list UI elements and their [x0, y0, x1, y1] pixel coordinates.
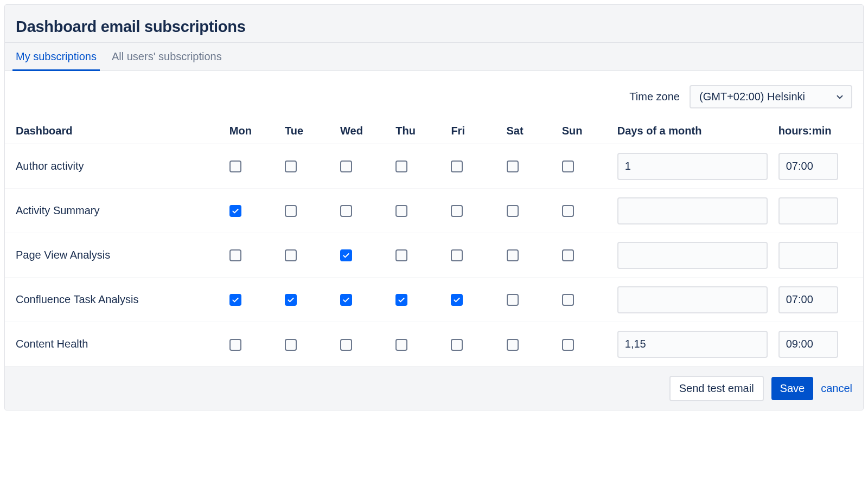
- subscriptions-table: Dashboard Mon Tue Wed Thu Fri Sat Sun Da…: [5, 114, 863, 367]
- col-header-tue: Tue: [279, 114, 335, 144]
- day-cell: [445, 144, 501, 189]
- day-checkbox[interactable]: [451, 339, 463, 351]
- day-checkbox[interactable]: [395, 205, 407, 217]
- day-cell: [335, 144, 390, 189]
- day-cell: [335, 189, 390, 233]
- hours-cell: [773, 322, 863, 367]
- col-header-dashboard: Dashboard: [5, 114, 224, 144]
- day-cell: [335, 278, 390, 322]
- table-row: Content Health: [5, 322, 863, 367]
- day-cell: [501, 278, 557, 322]
- day-checkbox[interactable]: [451, 294, 463, 306]
- table-row: Activity Summary: [5, 189, 863, 233]
- day-checkbox[interactable]: [562, 249, 574, 261]
- hours-input[interactable]: [778, 242, 838, 269]
- day-checkbox[interactable]: [507, 249, 519, 261]
- day-checkbox[interactable]: [507, 294, 519, 306]
- day-cell: [390, 144, 445, 189]
- day-checkbox[interactable]: [395, 160, 407, 172]
- day-checkbox[interactable]: [340, 339, 352, 351]
- timezone-row: Time zone (GMT+02:00) Helsinki: [5, 71, 863, 114]
- day-checkbox[interactable]: [562, 339, 574, 351]
- tab-all-users-subscriptions[interactable]: All users' subscriptions: [112, 43, 222, 70]
- day-checkbox[interactable]: [229, 160, 241, 172]
- day-checkbox[interactable]: [562, 205, 574, 217]
- day-cell: [279, 189, 335, 233]
- day-checkbox[interactable]: [395, 249, 407, 261]
- day-checkbox[interactable]: [285, 339, 297, 351]
- day-cell: [501, 322, 557, 367]
- day-checkbox[interactable]: [507, 339, 519, 351]
- hours-input[interactable]: [778, 197, 838, 224]
- day-checkbox[interactable]: [395, 294, 407, 306]
- day-checkbox[interactable]: [285, 249, 297, 261]
- days-of-month-input[interactable]: [617, 331, 768, 358]
- dashboard-name-cell: Activity Summary: [5, 189, 224, 233]
- day-checkbox[interactable]: [285, 205, 297, 217]
- hours-cell: [773, 189, 863, 233]
- day-checkbox[interactable]: [507, 160, 519, 172]
- day-checkbox[interactable]: [340, 205, 352, 217]
- hours-cell: [773, 278, 863, 322]
- day-checkbox[interactable]: [229, 249, 241, 261]
- day-checkbox[interactable]: [562, 294, 574, 306]
- days-of-month-cell: [612, 189, 773, 233]
- day-checkbox[interactable]: [285, 294, 297, 306]
- day-cell: [390, 233, 445, 278]
- day-checkbox[interactable]: [562, 160, 574, 172]
- day-checkbox[interactable]: [395, 339, 407, 351]
- days-of-month-input[interactable]: [617, 197, 768, 224]
- table-row: Confluence Task Analysis: [5, 278, 863, 322]
- day-cell: [390, 322, 445, 367]
- tabs: My subscriptions All users' subscription…: [5, 42, 863, 71]
- day-checkbox[interactable]: [285, 160, 297, 172]
- button-label: Send test email: [679, 382, 754, 394]
- timezone-value: (GMT+02:00) Helsinki: [699, 91, 805, 103]
- days-of-month-cell: [612, 144, 773, 189]
- day-cell: [445, 278, 501, 322]
- day-checkbox[interactable]: [340, 249, 352, 261]
- day-cell: [279, 278, 335, 322]
- dashboard-name-cell: Confluence Task Analysis: [5, 278, 224, 322]
- day-cell: [390, 278, 445, 322]
- day-checkbox[interactable]: [451, 249, 463, 261]
- day-cell: [557, 189, 612, 233]
- day-cell: [501, 189, 557, 233]
- day-cell: [557, 322, 612, 367]
- col-header-mon: Mon: [224, 114, 279, 144]
- day-checkbox[interactable]: [507, 205, 519, 217]
- day-cell: [224, 144, 279, 189]
- day-checkbox[interactable]: [229, 205, 241, 217]
- day-cell: [557, 144, 612, 189]
- hours-cell: [773, 144, 863, 189]
- col-header-sun: Sun: [557, 114, 612, 144]
- hours-input[interactable]: [778, 153, 838, 180]
- col-header-days-of-month: Days of a month: [612, 114, 773, 144]
- day-checkbox[interactable]: [451, 160, 463, 172]
- day-checkbox[interactable]: [229, 294, 241, 306]
- send-test-email-button[interactable]: Send test email: [669, 376, 764, 401]
- day-cell: [335, 322, 390, 367]
- timezone-select[interactable]: (GMT+02:00) Helsinki: [690, 85, 852, 108]
- days-of-month-input[interactable]: [617, 153, 768, 180]
- days-of-month-input[interactable]: [617, 242, 768, 269]
- footer: Send test email Save cancel: [5, 367, 863, 410]
- days-of-month-input[interactable]: [617, 286, 768, 313]
- day-checkbox[interactable]: [229, 339, 241, 351]
- col-header-hours: hours:min: [773, 114, 863, 144]
- dashboard-name-cell: Author activity: [5, 144, 224, 189]
- content-area: Time zone (GMT+02:00) Helsinki Dashboard…: [5, 71, 863, 367]
- day-checkbox[interactable]: [451, 205, 463, 217]
- day-checkbox[interactable]: [340, 294, 352, 306]
- day-checkbox[interactable]: [340, 160, 352, 172]
- cancel-link[interactable]: cancel: [821, 382, 852, 395]
- day-cell: [501, 233, 557, 278]
- tab-label: My subscriptions: [16, 50, 97, 62]
- hours-input[interactable]: [778, 286, 838, 313]
- page-title: Dashboard email subscriptions: [16, 18, 852, 36]
- col-header-sat: Sat: [501, 114, 557, 144]
- day-cell: [279, 322, 335, 367]
- hours-input[interactable]: [778, 331, 838, 358]
- save-button[interactable]: Save: [771, 377, 814, 400]
- tab-my-subscriptions[interactable]: My subscriptions: [16, 43, 97, 70]
